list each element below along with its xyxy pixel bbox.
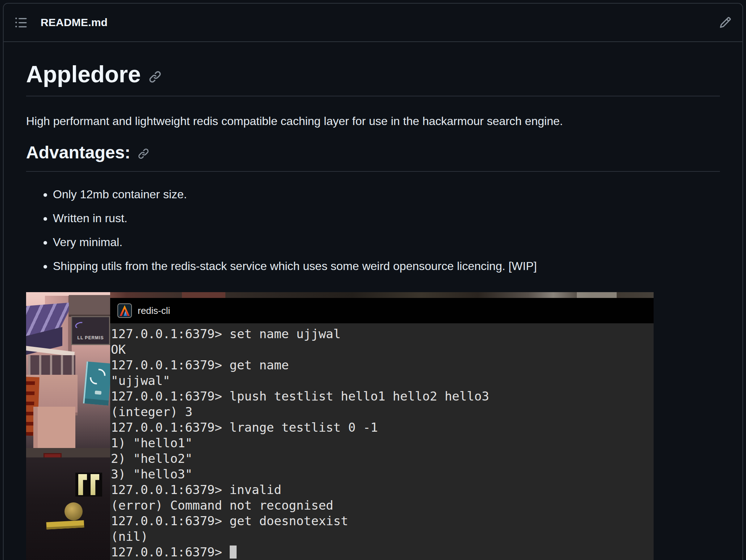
terminal-line: 127.0.0.1:6379> lpush testlist hello1 he… [111,389,654,404]
photo-lit-sign [75,473,102,497]
terminal-line: (error) Command not recognised [111,498,654,513]
photo-sign-text: LL PERMIS [78,335,104,340]
edit-button[interactable] [719,16,732,29]
photo-dark-sign: LL PERMIS [71,316,110,345]
advantages-heading: Advantages: [26,141,720,172]
photo-detail [182,292,225,298]
photo-script-stroke [95,390,101,395]
terminal-line: (integer) 3 [111,404,654,420]
embedded-screenshot-image[interactable]: LL PERMIS [26,292,654,560]
terminal-line: 3) "hello3" [111,466,654,482]
list-item: Only 12mb container size. [53,186,720,202]
terminal-prompt: 127.0.0.1:6379> [111,545,230,559]
photo-teal-sign [83,361,110,406]
terminal-line: 127.0.0.1:6379> get name [111,357,654,373]
photo-script-stroke [87,366,109,388]
list-item: Written in rust. [53,210,720,226]
terminal-line: 127.0.0.1:6379> invalid [111,482,654,498]
terminal-window: redis-cli 127.0.0.1:6379> set name ujjwa… [110,298,654,560]
terminal-titlebar: redis-cli [110,298,654,323]
pencil-icon [719,16,732,29]
toc-button[interactable] [14,16,28,29]
terminal-title: redis-cli [138,305,170,316]
list-item: Shipping utils from the redis-stack serv… [53,258,720,274]
terminal-line: 1) "hello1" [111,435,654,451]
advantages-list: Only 12mb container size. Written in rus… [26,186,720,274]
terminal-line: 127.0.0.1:6379> lrange testlist 0 -1 [111,420,654,435]
photo-beam [26,448,110,457]
photo-sign-board [69,295,110,317]
terminal-line: 127.0.0.1:6379> get doesnotexist [111,513,654,529]
photo-balcony [28,355,75,376]
photo-gold-emblem [64,502,83,520]
terminal-line: OK [111,342,654,357]
list-unordered-icon [14,16,28,29]
alacritty-icon [117,303,132,318]
link-icon [149,61,162,90]
photo-sign-swirl [74,321,85,329]
markdown-body: Appledore High performant and lightweigh… [4,42,742,560]
storefront-photo: LL PERMIS [26,292,110,560]
h1-text: Appledore [26,60,141,89]
h1-anchor-link[interactable] [149,61,162,90]
page-title: Appledore [26,59,720,96]
terminal-cursor [230,546,237,559]
terminal-line: "ujjwal" [111,373,654,389]
file-header: README.md [4,4,742,42]
photo-facade-panel-lower [33,407,75,452]
link-icon [138,143,149,165]
photo-top-strip [26,292,654,298]
list-item: Very minimal. [53,234,720,250]
readme-card: README.md Appledore High performant and … [3,3,743,560]
h2-text: Advantages: [26,142,130,163]
terminal-body: 127.0.0.1:6379> set name ujjwal OK 127.0… [110,323,654,560]
terminal-line: (nil) [111,529,654,544]
intro-paragraph: High performant and lightweight redis co… [26,112,720,130]
file-title: README.md [41,16,108,29]
photo-detail [577,292,617,298]
terminal-line: 2) "hello2" [111,451,654,466]
h2-anchor-link[interactable] [138,143,149,165]
terminal-prompt-line: 127.0.0.1:6379> [111,544,654,560]
terminal-line: 127.0.0.1:6379> set name ujjwal [111,326,654,342]
